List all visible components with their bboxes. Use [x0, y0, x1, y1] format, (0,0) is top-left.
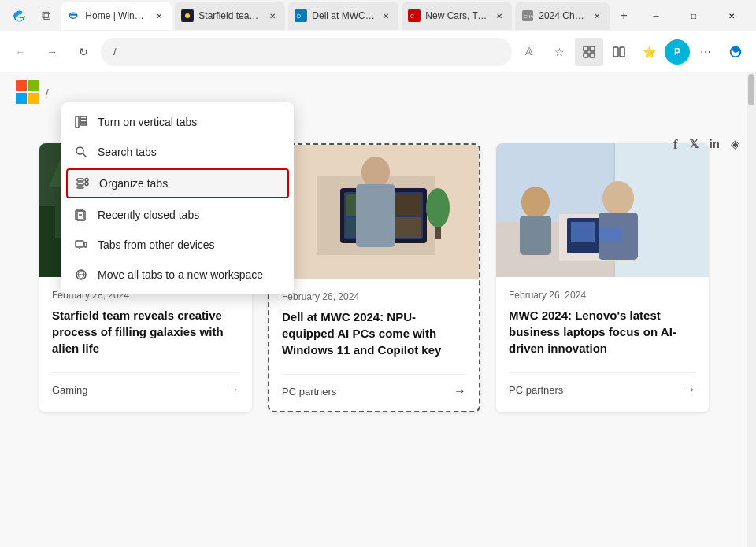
card-title-dell: Dell at MWC 2024: NPU-equipped AI PCs co…: [282, 309, 466, 358]
tab-favicon-chevy: CHV: [521, 9, 534, 22]
dropdown-menu: Turn on vertical tabs Search tabs: [61, 102, 294, 294]
menu-label-new-workspace: Move all tabs to a new workspace: [98, 268, 263, 281]
workspaces-button[interactable]: ⧉: [34, 2, 58, 30]
browser-window: ⧉ Home | Windows... ✕ Starfield team re.…: [0, 0, 756, 547]
windows-logo: [16, 80, 39, 104]
social-icons: f 𝕏 in ◈: [673, 137, 740, 153]
svg-rect-62: [77, 179, 83, 181]
close-button[interactable]: ✕: [713, 3, 750, 28]
svg-text:D: D: [297, 13, 301, 19]
search-tabs-icon: [74, 145, 88, 159]
linkedin-icon: in: [710, 137, 720, 153]
recently-closed-icon: [74, 208, 88, 222]
menu-item-recently-closed[interactable]: Recently closed tabs: [61, 200, 294, 230]
svg-rect-71: [84, 242, 87, 247]
card-arrow-gaming: →: [227, 383, 239, 397]
collections-button[interactable]: ⭐: [635, 38, 663, 66]
svg-point-65: [85, 179, 88, 182]
menu-label-other-devices: Tabs from other devices: [98, 238, 215, 251]
card-title-gaming: Starfield team reveals creative process …: [52, 307, 239, 357]
tab-close-starfield[interactable]: ✕: [266, 9, 279, 22]
scrollbar-thumb[interactable]: [748, 74, 754, 105]
svg-text:C: C: [410, 13, 414, 19]
tab-starfield[interactable]: Starfield team re... ✕: [175, 2, 285, 30]
window-controls: ─ □ ✕: [638, 3, 750, 28]
svg-rect-10: [590, 46, 595, 51]
menu-item-new-workspace[interactable]: Move all tabs to a new workspace: [61, 260, 294, 290]
menu-label-organize-tabs: Organize tabs: [99, 177, 168, 190]
vertical-tabs-icon: [74, 115, 88, 129]
menu-item-search-tabs[interactable]: Search tabs: [61, 137, 294, 167]
maximize-button[interactable]: □: [676, 3, 712, 28]
svg-point-2: [185, 13, 190, 18]
favorites-button[interactable]: ☆: [545, 38, 573, 66]
card-footer-gaming: Gaming →: [52, 372, 239, 397]
tab-title-chevy: 2024 Chevy Trail...: [539, 10, 586, 21]
scrollbar[interactable]: [747, 72, 756, 547]
card-lenovo[interactable]: February 26, 2024 MWC 2024: Lenovo's lat…: [496, 143, 709, 412]
svg-text:CHV: CHV: [524, 14, 533, 19]
twitter-x-icon: 𝕏: [689, 137, 699, 153]
svg-rect-14: [620, 47, 624, 57]
menu-item-other-devices[interactable]: Tabs from other devices: [61, 230, 294, 260]
svg-rect-11: [584, 53, 588, 57]
svg-point-43: [426, 188, 450, 227]
new-tab-button[interactable]: +: [613, 3, 635, 28]
svg-rect-54: [571, 222, 595, 242]
reading-view-button[interactable]: 𝔸: [515, 38, 543, 66]
svg-rect-12: [590, 53, 595, 57]
card-date-lenovo: February 26, 2024: [509, 290, 696, 301]
tab-favicon-home: [68, 9, 80, 22]
minimize-button[interactable]: ─: [638, 3, 674, 28]
refresh-button[interactable]: ↻: [69, 38, 98, 66]
svg-rect-41: [356, 184, 395, 247]
back-button[interactable]: ←: [6, 38, 35, 66]
tab-close-chevy[interactable]: ✕: [591, 9, 603, 22]
svg-point-0: [69, 13, 77, 18]
forward-button[interactable]: →: [38, 38, 66, 66]
address-bar[interactable]: /: [101, 38, 512, 66]
menu-item-vertical-tabs[interactable]: Turn on vertical tabs: [61, 107, 294, 137]
svg-rect-63: [77, 183, 83, 185]
tab-close-cars[interactable]: ✕: [493, 9, 506, 22]
windows-logo-area: /: [16, 80, 49, 104]
svg-rect-15: [16, 80, 27, 91]
svg-point-50: [602, 181, 634, 216]
menu-item-organize-tabs[interactable]: Organize tabs: [66, 168, 289, 198]
menu-label-vertical-tabs: Turn on vertical tabs: [98, 116, 197, 128]
svg-point-40: [361, 157, 390, 188]
tab-close-dell[interactable]: ✕: [380, 9, 392, 22]
svg-rect-57: [80, 116, 87, 119]
toolbar-right: 𝔸 ☆ ⭐ P ⋯: [515, 38, 750, 66]
profile-button[interactable]: P: [665, 39, 690, 65]
tab-actions-button[interactable]: [575, 38, 603, 66]
tab-chevy[interactable]: CHV 2024 Chevy Trail... ✕: [515, 2, 610, 30]
toolbar: ← → ↻ / 𝔸 ☆ ⭐: [0, 31, 756, 72]
facebook-icon: f: [673, 137, 678, 153]
card-body-dell: February 26, 2024 Dell at MWC 2024: NPU-…: [269, 279, 479, 411]
menu-label-search-tabs: Search tabs: [98, 146, 157, 158]
svg-rect-58: [80, 120, 87, 122]
organize-tabs-icon: [76, 176, 90, 190]
tab-title-home: Home | Windows...: [85, 10, 148, 21]
edge-icon-button[interactable]: [721, 38, 750, 66]
tab-close-home[interactable]: ✕: [153, 9, 165, 22]
svg-rect-70: [76, 241, 83, 247]
svg-rect-18: [28, 93, 39, 104]
card-image-lenovo: [496, 143, 709, 277]
extensions-button[interactable]: ⋯: [691, 38, 720, 66]
card-category-dell: PC partners: [282, 386, 336, 397]
svg-rect-55: [598, 228, 622, 242]
svg-rect-13: [613, 47, 618, 57]
split-screen-button[interactable]: [605, 38, 633, 66]
svg-rect-17: [16, 93, 27, 104]
card-arrow-lenovo: →: [684, 383, 696, 397]
tab-home[interactable]: Home | Windows... ✕: [61, 2, 172, 30]
tab-cars[interactable]: C New Cars, Trucks... ✕: [402, 2, 512, 30]
edge-logo[interactable]: [6, 2, 31, 30]
card-image-dell: [269, 145, 479, 279]
menu-label-recently-closed: Recently closed tabs: [98, 209, 199, 221]
svg-rect-64: [77, 187, 83, 188]
card-dell[interactable]: February 26, 2024 Dell at MWC 2024: NPU-…: [268, 143, 480, 412]
tab-dell[interactable]: D Dell at MWC 202... ✕: [288, 2, 398, 30]
